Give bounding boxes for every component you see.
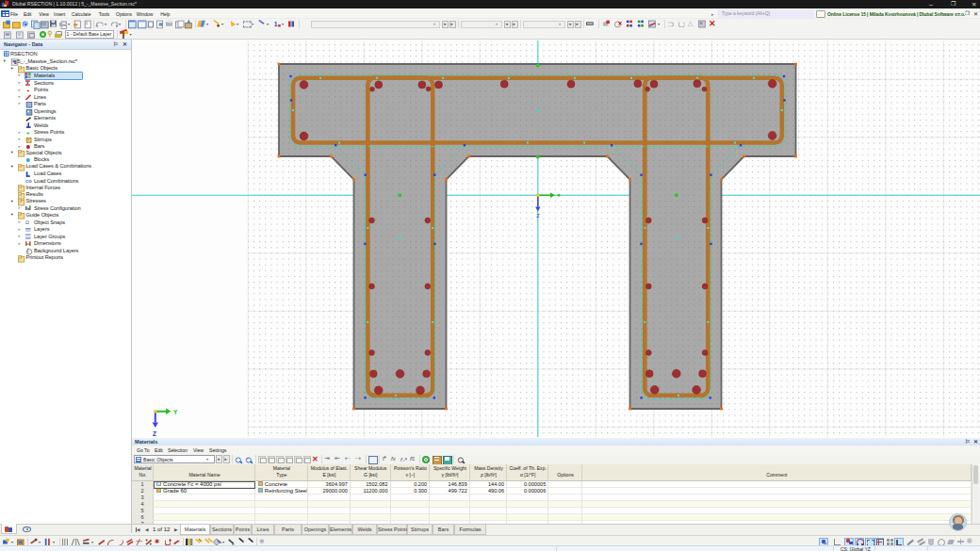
svg-text:Y: Y [173,409,178,415]
svg-text:Z: Z [153,430,156,437]
